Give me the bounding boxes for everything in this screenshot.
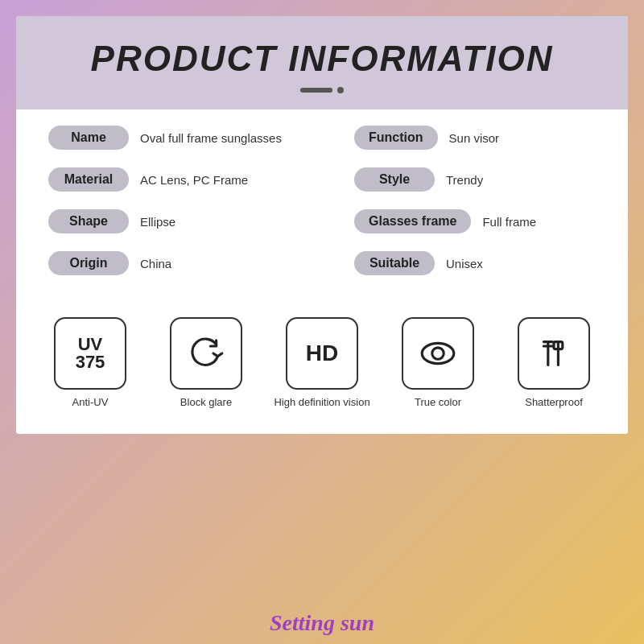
- info-section: Name Oval full frame sunglasses Function…: [16, 109, 628, 301]
- info-left-1: Name Oval full frame sunglasses: [48, 126, 354, 150]
- product-card: PRODUCT INFORMATION Name Oval full frame…: [16, 16, 628, 434]
- anti-uv-icon-box: UV375: [54, 317, 126, 390]
- header-decoration: [32, 87, 612, 93]
- value-origin: China: [140, 257, 171, 270]
- info-right-3: Glasses frame Full frame: [354, 209, 596, 233]
- dot-long: [300, 88, 332, 93]
- info-left-3: Shape Ellipse: [48, 209, 354, 233]
- svg-point-0: [422, 343, 454, 363]
- dot-small: [337, 87, 344, 93]
- feature-hd-vision: HD High definition vision: [274, 317, 370, 410]
- true-color-label: True color: [415, 396, 461, 410]
- info-right-4: Suitable Unisex: [354, 251, 596, 275]
- card-header: PRODUCT INFORMATION: [16, 16, 628, 109]
- label-style: Style: [354, 167, 435, 192]
- refresh-icon: [184, 332, 228, 375]
- page-title: PRODUCT INFORMATION: [32, 39, 612, 79]
- svg-point-1: [432, 348, 444, 359]
- label-glasses-frame: Glasses frame: [354, 209, 471, 233]
- feature-true-color: True color: [390, 317, 486, 410]
- shatterproof-label: Shatterproof: [525, 396, 583, 410]
- info-row-2: Material AC Lens, PC Frame Style Trendy: [48, 167, 596, 192]
- value-name: Oval full frame sunglasses: [140, 131, 282, 145]
- hd-icon-box: HD: [286, 317, 358, 390]
- feature-anti-uv: UV375 Anti-UV: [42, 317, 138, 410]
- block-glare-label: Block glare: [180, 396, 232, 410]
- value-suitable: Unisex: [446, 257, 483, 270]
- info-row-1: Name Oval full frame sunglasses Function…: [48, 126, 596, 150]
- label-suitable: Suitable: [354, 251, 435, 275]
- info-row-4: Origin China Suitable Unisex: [48, 251, 596, 275]
- label-function: Function: [354, 126, 438, 150]
- true-color-icon-box: [402, 317, 474, 390]
- feature-shatterproof: Shatterproof: [506, 317, 602, 410]
- anti-uv-label: Anti-UV: [72, 396, 109, 410]
- info-left-4: Origin China: [48, 251, 354, 275]
- tools-icon: [532, 332, 576, 375]
- features-section: UV375 Anti-UV Block glare HD: [16, 301, 628, 434]
- value-material: AC Lens, PC Frame: [140, 173, 248, 187]
- label-name: Name: [48, 126, 129, 150]
- hd-icon: HD: [306, 341, 338, 366]
- block-glare-icon-box: [170, 317, 242, 390]
- label-material: Material: [48, 167, 129, 192]
- info-row-3: Shape Ellipse Glasses frame Full frame: [48, 209, 596, 233]
- hd-vision-label: High definition vision: [274, 396, 369, 410]
- value-shape: Ellipse: [140, 215, 175, 229]
- label-shape: Shape: [48, 209, 129, 233]
- label-origin: Origin: [48, 251, 129, 275]
- feature-block-glare: Block glare: [158, 317, 254, 410]
- value-function: Sun visor: [449, 131, 500, 145]
- footer: Setting sun: [0, 599, 644, 644]
- page-container: PRODUCT INFORMATION Name Oval full frame…: [0, 0, 644, 644]
- eye-icon: [416, 332, 460, 375]
- info-left-2: Material AC Lens, PC Frame: [48, 167, 354, 192]
- value-glasses-frame: Full frame: [482, 215, 536, 229]
- uv-icon: UV375: [76, 336, 105, 371]
- footer-text: Setting sun: [270, 610, 374, 635]
- info-right-2: Style Trendy: [354, 167, 596, 192]
- shatterproof-icon-box: [518, 317, 590, 390]
- info-right-1: Function Sun visor: [354, 126, 596, 150]
- value-style: Trendy: [446, 173, 483, 187]
